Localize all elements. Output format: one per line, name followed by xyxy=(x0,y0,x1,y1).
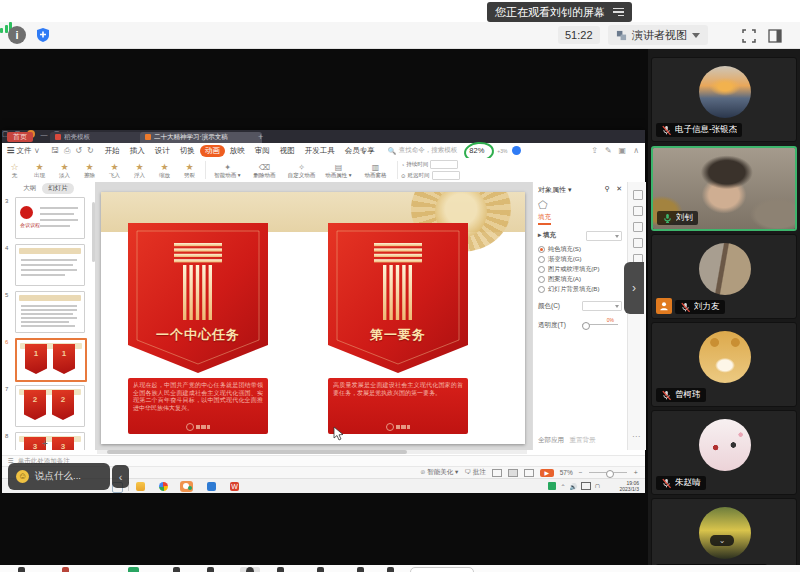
zoom-out-button[interactable]: − xyxy=(579,469,583,476)
thumbnail-row[interactable]: 3 会议议程 xyxy=(2,196,95,238)
color-dropdown[interactable] xyxy=(582,301,622,311)
fill-tab[interactable]: 填充 xyxy=(538,213,551,225)
panel-close-icon[interactable]: ✕ xyxy=(616,185,622,193)
mic-control-icon[interactable] xyxy=(18,567,25,572)
current-slide[interactable]: 1 一个中心任务 从现在起，中国共产党的中心任务就是团结带领全国各族人民全面建成… xyxy=(101,192,525,444)
wps-doc-tab-1[interactable]: 稻壳模板 xyxy=(50,132,146,144)
chrome-icon[interactable] xyxy=(159,482,168,491)
thumbnail-row[interactable]: 7 2 2 xyxy=(2,384,95,426)
chat-icon[interactable] xyxy=(317,567,324,572)
participants-icon[interactable] xyxy=(207,567,214,572)
wps-doc-tab-2-active[interactable]: 二十大精神学习·演示文稿 xyxy=(140,132,262,144)
preset-none[interactable]: ☆无 xyxy=(2,163,27,178)
preset-fade[interactable]: ★淡入 xyxy=(52,163,77,178)
preset-zoom[interactable]: ★缩放 xyxy=(152,163,177,178)
slide-4-thumbnail[interactable] xyxy=(15,244,85,286)
chat-quick-bubble[interactable]: ☺ 说点什么... xyxy=(8,463,110,490)
record-icon[interactable] xyxy=(173,567,180,572)
menu-review[interactable]: 审阅 xyxy=(250,145,275,157)
preset-appear[interactable]: ★出现 xyxy=(27,163,52,178)
slide-7-thumbnail[interactable]: 2 2 xyxy=(15,385,85,427)
apply-all-button[interactable]: 全部应用 xyxy=(538,436,564,443)
thumbnail-row[interactable]: 8 3 3 xyxy=(2,431,95,450)
preset-split[interactable]: ★劈裂 xyxy=(177,163,202,178)
animation-props-button[interactable]: ▤动画属性 ▾ xyxy=(320,163,357,178)
menu-design[interactable]: 设计 xyxy=(150,145,175,157)
comments-pane-icon[interactable] xyxy=(633,238,643,248)
preset-wipe[interactable]: ★擦除 xyxy=(77,163,102,178)
participant-tile[interactable]: 朱赵晴 xyxy=(651,410,797,495)
menu-view[interactable]: 视图 xyxy=(275,145,300,157)
preset-float[interactable]: ★浮入 xyxy=(127,163,152,178)
duration-field[interactable]: ◔持续时间 xyxy=(401,160,460,169)
participant-tile-speaking[interactable]: 刘钊 xyxy=(651,146,797,231)
file-explorer-icon[interactable] xyxy=(136,482,145,491)
thumbnail-row[interactable]: 4 xyxy=(2,243,95,285)
add-slide-button[interactable]: + xyxy=(42,438,48,449)
share-screen-icon[interactable] xyxy=(128,567,139,572)
banner-first-priority[interactable]: 1 第一要务 xyxy=(328,223,468,373)
tab-slides[interactable]: 幻灯片 xyxy=(42,183,74,194)
docs-app-icon[interactable] xyxy=(207,482,216,491)
participant-tile[interactable]: 刘力友 xyxy=(651,234,797,319)
tab-outline[interactable]: 大纲 xyxy=(23,184,36,193)
chat-placeholder[interactable]: 说点什么... xyxy=(35,470,81,483)
smart-animation-button[interactable]: ✦智能动画 ▾ xyxy=(209,163,246,178)
slide-6-thumbnail-selected[interactable]: 1 1 xyxy=(15,338,87,382)
fill-option-background[interactable]: 幻灯片背景填充(B) xyxy=(538,284,622,294)
thumbnail-row[interactable]: 6 1 1 xyxy=(2,337,95,379)
menu-insert[interactable]: 插入 xyxy=(125,145,150,157)
beautify-button[interactable]: ⊙ 智能美化 ▾ xyxy=(420,468,458,477)
fill-type-dropdown[interactable] xyxy=(586,231,622,241)
opacity-slider[interactable] xyxy=(582,324,618,325)
memory-boost-badge[interactable]: 82% xyxy=(467,144,491,157)
file-menu[interactable]: ☰ 文件 ∨ xyxy=(2,145,45,157)
view-mode-button[interactable]: 演讲者视图 xyxy=(608,25,708,45)
delay-field[interactable]: ⊙延迟时间 xyxy=(401,171,460,180)
settings-icon[interactable] xyxy=(387,567,394,572)
pin-icon[interactable]: ⚲ xyxy=(605,185,610,193)
taskbar-clock[interactable]: 19:062023/1/3 xyxy=(620,480,639,492)
system-tray[interactable]: ⌃ 🔊 ⛫ xyxy=(548,482,601,490)
menu-start[interactable]: 开始 xyxy=(100,145,125,157)
slideshow-play-button[interactable]: ▶ xyxy=(540,469,554,477)
fill-option-picture[interactable]: 图片或纹理填充(P) xyxy=(538,264,622,274)
zoom-in-button[interactable]: ＋ xyxy=(633,468,640,477)
canvas-hscrollbar[interactable] xyxy=(97,450,527,454)
command-search[interactable]: 🔍查找命令，搜索模板 xyxy=(388,146,458,155)
quick-access-icons[interactable]: 🖫⎙↺↻ xyxy=(51,146,94,156)
banner-body-box[interactable]: 高质量发展是全面建设社会主义现代化国家的首要任务，发展是党执政兴国的第一要务。 xyxy=(328,378,468,434)
fill-option-gradient[interactable]: 渐变填充(G) xyxy=(538,254,622,264)
participant-tile[interactable]: 曾柯玮 xyxy=(651,322,797,407)
meeting-app-icon-active[interactable] xyxy=(180,481,193,492)
menu-animation-active[interactable]: 动画 xyxy=(200,145,225,157)
custom-animation-button[interactable]: ✧自定义动画 xyxy=(283,163,320,178)
zoom-slider[interactable] xyxy=(589,472,627,473)
side-panel-toggle-icon[interactable] xyxy=(768,29,782,43)
fullscreen-icon[interactable] xyxy=(742,29,756,43)
selection-pane-icon[interactable] xyxy=(633,222,643,232)
participant-tile[interactable]: 电子信息-张银杰 xyxy=(651,57,797,142)
reading-view-icon[interactable] xyxy=(524,469,534,477)
wps-taskbar-icon[interactable]: W xyxy=(230,482,239,491)
sync-cloud-icon[interactable] xyxy=(512,146,521,155)
properties-icon[interactable] xyxy=(633,190,643,200)
raise-hand-icon[interactable] xyxy=(277,567,284,572)
thumbnail-row[interactable]: 5 xyxy=(2,290,95,332)
fill-option-pattern[interactable]: 图案填充(A) xyxy=(538,274,622,284)
normal-view-icon[interactable] xyxy=(492,469,502,477)
banner-menu-icon[interactable] xyxy=(613,8,624,17)
menu-member[interactable]: 会员专享 xyxy=(340,145,380,157)
reset-background-button[interactable]: 重置背景 xyxy=(569,436,595,443)
menu-slideshow[interactable]: 放映 xyxy=(225,145,250,157)
camera-control-icon[interactable] xyxy=(62,567,69,572)
comment-button[interactable]: 🗨 批注 xyxy=(464,468,485,477)
animation-pane-icon[interactable] xyxy=(633,206,643,216)
new-tab-button[interactable]: + xyxy=(258,132,263,142)
slide-8-thumbnail[interactable]: 3 3 xyxy=(15,432,85,450)
preset-flyin[interactable]: ★飞入 xyxy=(102,163,127,178)
slide-5-thumbnail[interactable] xyxy=(15,291,85,333)
emoji-icon[interactable]: ☺ xyxy=(16,470,29,483)
fill-option-solid[interactable]: 纯色填充(S) xyxy=(538,244,622,254)
animation-pane-button[interactable]: ▥动画窗格 xyxy=(357,163,394,178)
